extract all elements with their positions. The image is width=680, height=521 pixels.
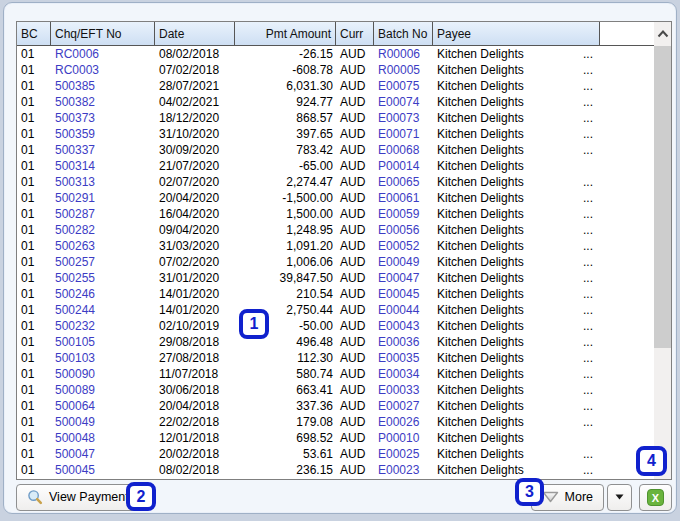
cell-batch-no[interactable]: P00010 xyxy=(374,431,433,445)
table-row[interactable]: 01 500105 29/08/2018 496.48 AUD E00036 K… xyxy=(17,334,654,350)
cell-chq-eft-no[interactable]: 500257 xyxy=(51,255,155,269)
table-row[interactable]: 01 500244 14/01/2020 2,750.44 AUD E00044… xyxy=(17,302,654,318)
table-row[interactable]: 01 500359 31/10/2020 397.65 AUD E00071 K… xyxy=(17,126,654,142)
payee-ellipsis[interactable]: ... xyxy=(583,255,593,269)
cell-batch-no[interactable]: E00043 xyxy=(374,319,433,333)
cell-chq-eft-no[interactable]: RC0003 xyxy=(51,63,155,77)
cell-chq-eft-no[interactable]: 500045 xyxy=(51,463,155,477)
cell-chq-eft-no[interactable]: 500313 xyxy=(51,175,155,189)
payee-ellipsis[interactable]: ... xyxy=(583,143,593,157)
table-row[interactable]: 01 500064 20/04/2018 337.36 AUD E00027 K… xyxy=(17,398,654,414)
cell-batch-no[interactable]: E00027 xyxy=(374,399,433,413)
table-row[interactable]: 01 500313 02/07/2020 2,274.47 AUD E00065… xyxy=(17,174,654,190)
cell-batch-no[interactable]: E00061 xyxy=(374,191,433,205)
table-row[interactable]: 01 500045 08/02/2018 236.15 AUD E00023 K… xyxy=(17,462,654,478)
table-row[interactable]: 01 RC0006 08/02/2018 -26.15 AUD R00006 K… xyxy=(17,46,654,62)
cell-batch-no[interactable]: P00014 xyxy=(374,159,433,173)
table-row[interactable]: 01 500103 27/08/2018 112.30 AUD E00035 K… xyxy=(17,350,654,366)
payee-ellipsis[interactable]: ... xyxy=(583,463,593,477)
cell-batch-no[interactable]: E00075 xyxy=(374,79,433,93)
payee-ellipsis[interactable]: ... xyxy=(583,207,593,221)
cell-chq-eft-no[interactable]: 500263 xyxy=(51,239,155,253)
cell-chq-eft-no[interactable]: 500337 xyxy=(51,143,155,157)
cell-batch-no[interactable]: E00056 xyxy=(374,223,433,237)
cell-batch-no[interactable]: E00036 xyxy=(374,335,433,349)
cell-batch-no[interactable]: E00035 xyxy=(374,351,433,365)
cell-chq-eft-no[interactable]: 500382 xyxy=(51,95,155,109)
scroll-up-button[interactable] xyxy=(654,22,671,44)
table-row[interactable]: 01 500255 31/01/2020 39,847.50 AUD E0004… xyxy=(17,270,654,286)
cell-chq-eft-no[interactable]: 500373 xyxy=(51,111,155,125)
cell-chq-eft-no[interactable]: 500314 xyxy=(51,159,155,173)
table-row[interactable]: 01 500287 16/04/2020 1,500.00 AUD E00059… xyxy=(17,206,654,222)
cell-batch-no[interactable]: E00059 xyxy=(374,207,433,221)
cell-batch-no[interactable]: R00006 xyxy=(374,47,433,61)
payee-ellipsis[interactable]: ... xyxy=(583,367,593,381)
cell-chq-eft-no[interactable]: 500064 xyxy=(51,399,155,413)
cell-chq-eft-no[interactable]: 500103 xyxy=(51,351,155,365)
table-row[interactable]: 01 500089 30/06/2018 663.41 AUD E00033 K… xyxy=(17,382,654,398)
cell-batch-no[interactable]: E00033 xyxy=(374,383,433,397)
payee-ellipsis[interactable]: ... xyxy=(583,303,593,317)
table-row[interactable]: 01 500047 20/02/2018 53.61 AUD E00025 Ki… xyxy=(17,446,654,462)
payee-ellipsis[interactable]: ... xyxy=(583,63,593,77)
cell-chq-eft-no[interactable]: 500048 xyxy=(51,431,155,445)
scrollbar-thumb[interactable] xyxy=(654,46,671,348)
column-header-chq-eft-no[interactable]: Chq/EFT No xyxy=(51,22,155,45)
cell-batch-no[interactable]: E00044 xyxy=(374,303,433,317)
cell-chq-eft-no[interactable]: 500255 xyxy=(51,271,155,285)
table-row[interactable]: 01 500382 04/02/2021 924.77 AUD E00074 K… xyxy=(17,94,654,110)
cell-chq-eft-no[interactable]: 500291 xyxy=(51,191,155,205)
cell-chq-eft-no[interactable]: 500385 xyxy=(51,79,155,93)
cell-chq-eft-no[interactable]: 500090 xyxy=(51,367,155,381)
table-row[interactable]: 01 500048 12/01/2018 698.52 AUD P00010 K… xyxy=(17,430,654,446)
view-payment-button[interactable]: View Payment xyxy=(16,484,140,511)
payee-ellipsis[interactable]: ... xyxy=(583,287,593,301)
payee-ellipsis[interactable]: ... xyxy=(583,175,593,189)
table-row[interactable]: 01 500257 07/02/2020 1,006.06 AUD E00049… xyxy=(17,254,654,270)
payee-ellipsis[interactable]: ... xyxy=(583,79,593,93)
cell-batch-no[interactable]: E00073 xyxy=(374,111,433,125)
cell-batch-no[interactable]: E00074 xyxy=(374,95,433,109)
cell-batch-no[interactable]: E00026 xyxy=(374,415,433,429)
cell-batch-no[interactable]: E00049 xyxy=(374,255,433,269)
payee-ellipsis[interactable]: ... xyxy=(583,271,593,285)
cell-chq-eft-no[interactable]: 500049 xyxy=(51,415,155,429)
table-row[interactable]: 01 500314 21/07/2020 -65.00 AUD P00014 K… xyxy=(17,158,654,174)
table-row[interactable]: 01 RC0003 07/02/2018 -608.78 AUD R00005 … xyxy=(17,62,654,78)
cell-batch-no[interactable]: E00068 xyxy=(374,143,433,157)
table-row[interactable]: 01 500263 31/03/2020 1,091.20 AUD E00052… xyxy=(17,238,654,254)
cell-chq-eft-no[interactable]: 500287 xyxy=(51,207,155,221)
table-row[interactable]: 01 500090 11/07/2018 580.74 AUD E00034 K… xyxy=(17,366,654,382)
cell-batch-no[interactable]: E00052 xyxy=(374,239,433,253)
table-row[interactable]: 01 500337 30/09/2020 783.42 AUD E00068 K… xyxy=(17,142,654,158)
payee-ellipsis[interactable]: ... xyxy=(583,383,593,397)
column-header-date[interactable]: Date xyxy=(155,22,235,45)
column-header-pmt-amount[interactable]: Pmt Amount xyxy=(235,22,336,45)
cell-chq-eft-no[interactable]: 500244 xyxy=(51,303,155,317)
payee-ellipsis[interactable]: ... xyxy=(583,47,593,61)
table-row[interactable]: 01 500232 02/10/2019 -50.00 AUD E00043 K… xyxy=(17,318,654,334)
cell-chq-eft-no[interactable]: 500232 xyxy=(51,319,155,333)
table-row[interactable]: 01 500385 28/07/2021 6,031.30 AUD E00075… xyxy=(17,78,654,94)
table-row[interactable]: 01 500246 14/01/2020 210.54 AUD E00045 K… xyxy=(17,286,654,302)
cell-batch-no[interactable]: E00025 xyxy=(374,447,433,461)
column-header-payee[interactable]: Payee xyxy=(433,22,600,45)
cell-chq-eft-no[interactable]: 500047 xyxy=(51,447,155,461)
payee-ellipsis[interactable]: ... xyxy=(583,191,593,205)
cell-chq-eft-no[interactable]: RC0006 xyxy=(51,47,155,61)
cell-batch-no[interactable]: E00065 xyxy=(374,175,433,189)
cell-chq-eft-no[interactable]: 500246 xyxy=(51,287,155,301)
payee-ellipsis[interactable]: ... xyxy=(583,351,593,365)
payee-ellipsis[interactable]: ... xyxy=(583,95,593,109)
table-row[interactable]: 01 500282 09/04/2020 1,248.95 AUD E00056… xyxy=(17,222,654,238)
payee-ellipsis[interactable]: ... xyxy=(583,223,593,237)
payee-ellipsis[interactable]: ... xyxy=(583,319,593,333)
cell-chq-eft-no[interactable]: 500089 xyxy=(51,383,155,397)
table-row[interactable]: 01 500291 20/04/2020 -1,500.00 AUD E0006… xyxy=(17,190,654,206)
cell-chq-eft-no[interactable]: 500282 xyxy=(51,223,155,237)
payee-ellipsis[interactable]: ... xyxy=(583,415,593,429)
cell-batch-no[interactable]: E00071 xyxy=(374,127,433,141)
export-excel-button[interactable]: X xyxy=(639,484,672,511)
payee-ellipsis[interactable]: ... xyxy=(583,335,593,349)
